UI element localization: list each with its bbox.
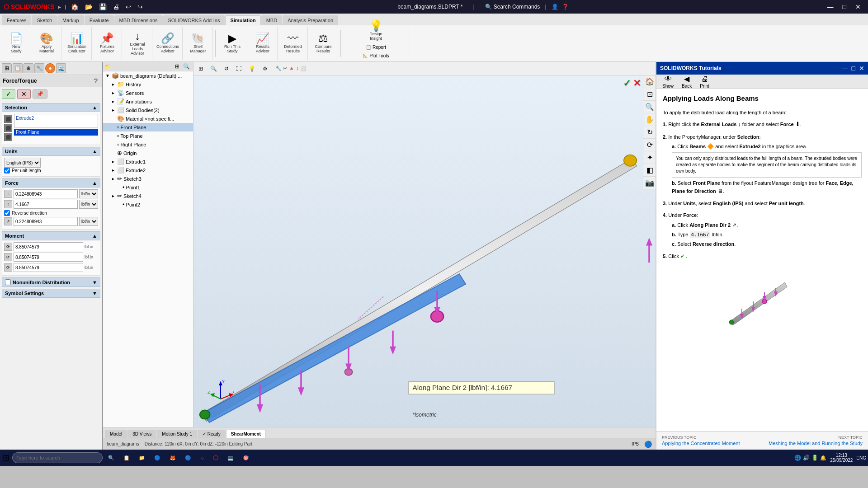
viewport[interactable]: ⊞ 🔍 ↺ ⛶ 💡 ⚙ 🔧 ✂ 🔺 ↕ ⬜ 🏠 ⊡ 🔍 ✋ ↻ ⟳ ✦ bbox=[193, 62, 656, 427]
taskbar-cortana[interactable]: 🔍 bbox=[104, 454, 118, 462]
pm-force-input1[interactable] bbox=[14, 189, 78, 198]
pm-moment-input1[interactable] bbox=[14, 242, 83, 251]
tab-motion-study[interactable]: Motion Study 1 bbox=[157, 430, 197, 438]
tab-model[interactable]: Model bbox=[105, 430, 127, 438]
tree-sketch3[interactable]: ▸ ✏ Sketch3 bbox=[103, 174, 193, 183]
fixtures-btn[interactable]: 📌 FixturesAdvisor bbox=[95, 31, 119, 56]
undo-icon[interactable]: ↩ bbox=[124, 3, 132, 10]
pm-pin-btn[interactable]: 📌 bbox=[33, 89, 47, 99]
pm-per-unit-checkbox[interactable] bbox=[4, 168, 10, 174]
taskbar-spotify[interactable]: ♫ bbox=[197, 454, 208, 461]
tutorials-prev-btn[interactable]: Previous topic Applying the Concentrated… bbox=[662, 435, 740, 446]
deformed-btn[interactable]: 〰 DeformedResults bbox=[281, 31, 305, 56]
tab-features[interactable]: Features bbox=[2, 15, 31, 25]
pm-force-header[interactable]: Force ▲ bbox=[2, 178, 100, 188]
connections-btn[interactable]: 🔗 ConnectionsAdvisor bbox=[156, 31, 179, 56]
pm-ok-btn[interactable]: ✓ bbox=[2, 89, 15, 99]
pm-help-btn[interactable]: ? bbox=[92, 77, 99, 85]
force-icon1[interactable]: → bbox=[4, 190, 12, 198]
taskbar-firefox[interactable]: 🦊 bbox=[166, 454, 179, 462]
toolbar-expand[interactable]: ▸ bbox=[58, 3, 61, 10]
compare-btn[interactable]: ⚖ CompareResults bbox=[311, 31, 335, 56]
tab-evaluate[interactable]: Evaluate bbox=[85, 15, 114, 25]
tree-material[interactable]: 🎨 Material <not specifi... bbox=[103, 114, 193, 123]
tree-root[interactable]: ▼ 📦 beam_diagrams (Default) ... bbox=[103, 71, 193, 80]
status-icon[interactable]: 🔵 bbox=[644, 441, 652, 448]
tutorials-close-btn[interactable]: ✕ bbox=[859, 65, 864, 72]
taskbar-app3[interactable]: 🎯 bbox=[239, 454, 253, 462]
vp-cancel-btn[interactable]: ✕ bbox=[633, 77, 641, 89]
taskbar-notifications-icon[interactable]: 🔔 bbox=[820, 455, 826, 461]
taskbar-chrome[interactable]: 🔵 bbox=[181, 454, 195, 462]
pm-reverse-checkbox[interactable] bbox=[4, 210, 10, 216]
tree-annotations[interactable]: ▸ 📝 Annotations bbox=[103, 97, 193, 106]
tutorials-minimize-btn[interactable]: — bbox=[842, 65, 848, 72]
taskbar-app2[interactable]: 💻 bbox=[224, 454, 237, 462]
tutorials-back-btn[interactable]: ◀ Back bbox=[679, 73, 695, 90]
pm-force-unit3[interactable]: lbf/in bbox=[79, 217, 98, 226]
pm-units-select[interactable]: English (IPS) bbox=[4, 158, 41, 168]
pm-units-header[interactable]: Units ▲ bbox=[2, 147, 100, 156]
tutorials-show-btn[interactable]: 👁 Show bbox=[659, 74, 677, 90]
tab-shear-moment[interactable]: ShearMoment bbox=[226, 430, 266, 438]
open-icon[interactable]: 📂 bbox=[84, 3, 94, 10]
pm-force-unit1[interactable]: lbf/in bbox=[79, 189, 98, 198]
external-loads-btn[interactable]: ↓ External LoadsAdvisor bbox=[126, 29, 149, 58]
tutorials-maximize-btn[interactable]: □ bbox=[852, 65, 855, 72]
tab-sketch[interactable]: Sketch bbox=[32, 15, 57, 25]
pm-units-collapse[interactable]: ▲ bbox=[92, 149, 97, 154]
pm-moment-collapse[interactable]: ▲ bbox=[92, 233, 97, 239]
results-btn[interactable]: 📈 ResultsAdvisor bbox=[251, 31, 274, 56]
pm-symbol-header[interactable]: Symbol Settings ▼ bbox=[2, 289, 100, 298]
pm-moment-input3[interactable] bbox=[14, 263, 83, 272]
pm-icon4[interactable]: 🔧 bbox=[34, 63, 44, 73]
new-icon[interactable]: 🏠 bbox=[70, 3, 80, 10]
pm-icon6[interactable]: 🌊 bbox=[56, 63, 66, 73]
tree-point2[interactable]: • Point2 bbox=[103, 200, 193, 209]
design-insight-btn[interactable]: 💡 DesignInsight bbox=[364, 19, 388, 43]
tree-sensors[interactable]: ▸ 📡 Sensors bbox=[103, 89, 193, 97]
tree-sketch4[interactable]: ▸ ✏ Sketch4 bbox=[103, 192, 193, 200]
vp-section-btn[interactable]: ⛶ bbox=[233, 64, 245, 73]
report-btn[interactable]: 📋 Report bbox=[363, 43, 388, 51]
redo-icon[interactable]: ↪ bbox=[136, 3, 144, 10]
tutorials-print-btn[interactable]: 🖨 Print bbox=[697, 74, 712, 90]
shell-manager-btn[interactable]: 🐚 ShellManager bbox=[186, 31, 210, 56]
pm-symbol-collapse[interactable]: ▼ bbox=[92, 291, 97, 296]
taskbar-explorer[interactable]: 📁 bbox=[135, 454, 149, 462]
taskbar-task-view[interactable]: 📋 bbox=[120, 454, 133, 462]
pm-nonuniform-collapse[interactable]: ▼ bbox=[92, 280, 97, 285]
tree-history[interactable]: ▸ 📁 History bbox=[103, 80, 193, 89]
vp-display-btn[interactable]: 💡 bbox=[245, 64, 259, 73]
vp-zoom-btn[interactable]: 🔍 bbox=[207, 64, 220, 73]
pm-selection-header[interactable]: Selection ▲ bbox=[2, 103, 100, 112]
tab-ready[interactable]: ✓ Ready bbox=[198, 430, 226, 438]
pm-icon5[interactable]: ● bbox=[45, 63, 55, 73]
vp-confirm-btn[interactable]: ✓ bbox=[623, 77, 631, 89]
tab-mbd[interactable]: MBD bbox=[261, 15, 282, 25]
force-icon3[interactable]: ↗ bbox=[4, 217, 12, 225]
pm-selection-collapse[interactable]: ▲ bbox=[92, 105, 97, 110]
tree-solid-bodies[interactable]: ▸ ⬜ Solid Bodies(2) bbox=[103, 106, 193, 114]
taskbar-edge[interactable]: 🔵 bbox=[151, 454, 164, 462]
pm-force-input2[interactable] bbox=[14, 200, 78, 209]
pm-force-unit2[interactable]: lbf/in bbox=[79, 200, 98, 209]
run-study-btn[interactable]: ▶ Run ThisStudy bbox=[221, 31, 244, 56]
force-icon2[interactable]: ↑ bbox=[4, 200, 12, 208]
pm-force-input3[interactable] bbox=[14, 217, 78, 226]
selection-icon1[interactable]: ⬛ bbox=[4, 115, 12, 123]
tutorials-next-btn[interactable]: Next topic Meshing the Model and Running… bbox=[769, 435, 863, 446]
selection-icon2[interactable]: ⬛ bbox=[4, 124, 12, 132]
taskbar-sound-icon[interactable]: 🔊 bbox=[803, 455, 810, 461]
print-icon[interactable]: 🖨 bbox=[112, 3, 121, 10]
simulation-evaluator-btn[interactable]: 📊 SimulationEvaluator bbox=[65, 31, 89, 56]
tab-simulation[interactable]: Simulation bbox=[225, 15, 260, 25]
tree-extrude2[interactable]: ▸ ⬜ Extrude2 bbox=[103, 166, 193, 174]
tree-top-plane[interactable]: ▫ Top Plane bbox=[103, 131, 193, 140]
pm-moment-input2[interactable] bbox=[14, 253, 83, 262]
apply-material-btn[interactable]: 🎨 ApplyMaterial bbox=[35, 31, 58, 56]
tree-right-plane[interactable]: ▫ Right Plane bbox=[103, 140, 193, 149]
pm-icon1[interactable]: ⊞ bbox=[2, 63, 12, 73]
tree-extrude1[interactable]: ▸ ⬜ Extrude1 bbox=[103, 157, 193, 166]
tab-markup[interactable]: Markup bbox=[57, 15, 84, 25]
